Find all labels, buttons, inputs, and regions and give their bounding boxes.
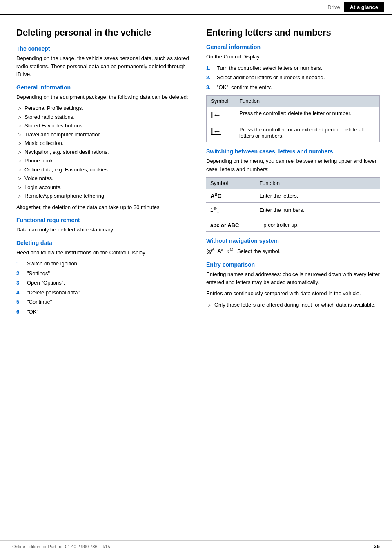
general-info-heading-left: General information: [16, 84, 190, 91]
entry-steps-list: 1.Turn the controller: select letters or…: [206, 64, 380, 91]
table-row: I← Press the controller for an extended …: [207, 123, 380, 142]
right-column: Entering letters and numbers General inf…: [206, 27, 380, 319]
general-info-heading-right: General information: [206, 44, 380, 50]
list-item: Stored Favorites buttons.: [16, 122, 190, 130]
footer-text: Online Edition for Part no. 01 40 2 960 …: [12, 544, 110, 549]
table-row: 1@+ Enter the numbers.: [206, 203, 380, 218]
list-item: Navigation, e.g. stored destinations.: [16, 148, 190, 156]
switch-table: Symbol Function ABC Enter the letters. 1…: [206, 177, 380, 232]
list-item: Online data, e.g. Favorites, cookies.: [16, 166, 190, 174]
deletable-data-list: Personal Profile settings. Stored radio …: [16, 104, 190, 200]
right-page-title: Entering letters and numbers: [206, 27, 380, 38]
deleting-data-text: Heed and follow the instructions on the …: [16, 249, 190, 257]
symbol-cell: abc or ABC: [206, 218, 255, 231]
list-item: 3."OK": confirm the entry.: [206, 83, 380, 91]
footer-page: 25: [374, 543, 380, 549]
delete-steps-list: 1.Switch on the ignition. 2."Settings" 3…: [16, 260, 190, 316]
list-item: RemoteApp smartphone tethering.: [16, 192, 190, 200]
header-ataglance-label: At a glance: [344, 2, 384, 12]
list-item: Only those letters are offered during in…: [206, 301, 380, 309]
altogether-text: Altogether, the deletion of the data can…: [16, 203, 190, 211]
entry-comparison-text1: Entering names and addresses: choice is …: [206, 270, 380, 286]
entry-comparison-text2: Entries are continuously compared with d…: [206, 289, 380, 298]
list-item: Phone book.: [16, 157, 190, 165]
switch-heading: Switching between cases, letters and num…: [206, 148, 380, 155]
page-header: iDrive At a glance: [0, 0, 392, 15]
table-row: abc or ABC Tip controller up.: [206, 218, 380, 231]
function-cell: Enter the numbers.: [255, 203, 380, 218]
symbol-cell: ABC: [206, 189, 255, 203]
page-footer: Online Edition for Part no. 01 40 2 960 …: [0, 540, 392, 549]
list-item: Travel and computer information.: [16, 131, 190, 139]
table-row: I← Press the controller: delete the lett…: [207, 107, 380, 123]
list-item: 3.Open "Options".: [16, 279, 190, 287]
list-item: 2.Select additional letters or numbers i…: [206, 73, 380, 82]
list-item: Stored radio stations.: [16, 113, 190, 121]
left-page-title: Deleting personal in the vehicle: [16, 27, 190, 38]
concept-heading: The concept: [16, 45, 190, 52]
list-item: Personal Profile settings.: [16, 104, 190, 112]
list-item: Music collection.: [16, 139, 190, 147]
entry-comparison-bullets: Only those letters are offered during in…: [206, 301, 380, 309]
symbol-cell: 1@+: [206, 203, 255, 218]
list-item: 5."Continue": [16, 298, 190, 306]
without-nav-text: Select the symbol.: [237, 248, 281, 254]
switch-symbol-col-header: Symbol: [206, 178, 255, 189]
deleting-data-heading: Deleting data: [16, 240, 190, 246]
table-row: ABC Enter the letters.: [206, 189, 380, 203]
general-info-text-left: Depending on the equipment package, the …: [16, 93, 190, 101]
switch-text: Depending on the menu, you can reel betw…: [206, 157, 380, 173]
function-col-header: Function: [235, 96, 380, 107]
nav-symbols: @A Aa a@: [206, 248, 233, 254]
functional-req-heading: Functional requirement: [16, 217, 190, 223]
list-item: Voice notes.: [16, 174, 190, 182]
left-column: Deleting personal in the vehicle The con…: [16, 27, 190, 319]
header-idrive-label: iDrive: [326, 4, 344, 10]
symbol-col-header: Symbol: [207, 96, 235, 107]
list-item: 6."OK": [16, 308, 190, 316]
symbol-cell: I←: [207, 123, 235, 142]
list-item: 1.Turn the controller: select letters or…: [206, 64, 380, 72]
list-item: 1.Switch on the ignition.: [16, 260, 190, 268]
symbol-table: Symbol Function I← Press the controller:…: [206, 95, 380, 142]
concept-text: Depending on the usage, the vehicle save…: [16, 54, 190, 78]
function-cell: Enter the letters.: [255, 189, 380, 203]
list-item: 2."Settings": [16, 269, 190, 278]
symbol-cell: I←: [207, 107, 235, 123]
function-cell: Press the controller: delete the letter …: [235, 107, 380, 123]
switch-function-col-header: Function: [255, 178, 380, 189]
general-info-text-right: On the Control Display:: [206, 53, 380, 61]
without-nav-heading: Without navigation system: [206, 238, 380, 244]
entry-comparison-heading: Entry comparison: [206, 261, 380, 268]
main-content: Deleting personal in the vehicle The con…: [0, 15, 392, 335]
without-nav-content: @A Aa a@ Select the symbol.: [206, 247, 380, 256]
functional-req-text: Data can only be deleted while stationar…: [16, 226, 190, 234]
list-item: 4."Delete personal data": [16, 289, 190, 297]
function-cell: Tip controller up.: [255, 218, 380, 231]
list-item: Login accounts.: [16, 183, 190, 191]
function-cell: Press the controller for an extended per…: [235, 123, 380, 142]
